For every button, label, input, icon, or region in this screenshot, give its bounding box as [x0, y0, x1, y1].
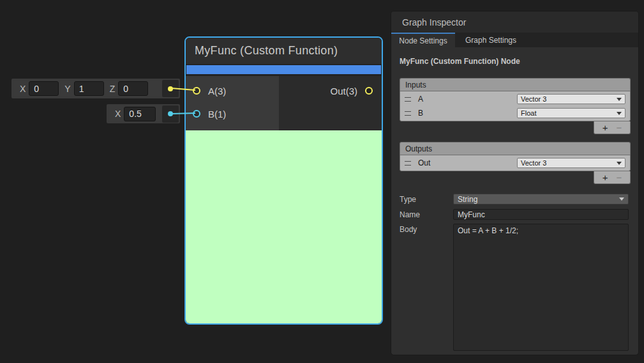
drag-handle-icon[interactable]: [405, 97, 411, 102]
inputs-list-buttons: + −: [594, 121, 631, 134]
port-out-label: Out(3): [330, 86, 357, 97]
port-b-connector-icon[interactable]: [193, 110, 200, 118]
tab-graph-settings-label: Graph Settings: [465, 36, 516, 45]
float-value-field[interactable]: [124, 107, 156, 121]
float-connector-dot-icon: [168, 111, 173, 116]
port-a-label: A(3): [208, 86, 226, 97]
input-a-type-dropdown[interactable]: Vector 3: [517, 94, 625, 104]
table-row: B Float: [400, 106, 630, 120]
x-component-label: X: [20, 84, 26, 94]
table-row: Out Vector 3: [400, 156, 630, 170]
input-a-name: A: [418, 95, 423, 104]
node-title: MyFunc (Custom Function): [195, 44, 338, 58]
type-field-row: Type String: [400, 194, 630, 205]
z-component-label: Z: [110, 84, 116, 94]
chevron-down-icon: [617, 98, 622, 101]
node-accent-bar: [186, 65, 381, 74]
y-component-field[interactable]: [74, 81, 104, 96]
function-body-textarea[interactable]: Out = A + B + 1/2;: [453, 224, 629, 351]
input-b-type-dropdown[interactable]: Float: [517, 108, 625, 118]
chevron-down-icon: [619, 197, 624, 201]
x-component-label: X: [115, 109, 121, 119]
inspector-title: Graph Inspector: [402, 17, 466, 27]
remove-input-button[interactable]: −: [616, 123, 622, 132]
add-output-button[interactable]: +: [603, 173, 608, 182]
chevron-down-icon: [617, 162, 622, 165]
inputs-list: Inputs A Vector 3 B Float: [400, 78, 631, 134]
remove-output-button[interactable]: −: [616, 173, 622, 182]
vector3-connector-stub: [162, 80, 179, 97]
custom-function-node[interactable]: MyFunc (Custom Function) A(3) B(1) Out(3…: [184, 36, 383, 325]
function-name-value: MyFunc: [458, 210, 485, 219]
node-preview: [186, 130, 382, 323]
node-output-ports: Out(3): [279, 76, 382, 130]
outputs-list-buttons: + −: [594, 171, 631, 184]
name-field-row: Name MyFunc: [400, 209, 630, 220]
outputs-list-body: Out Vector 3: [400, 155, 631, 171]
add-input-button[interactable]: +: [603, 123, 608, 132]
y-component-label: Y: [64, 84, 70, 94]
type-label: Type: [400, 194, 453, 204]
shader-graph-canvas[interactable]: X Y Z X MyFunc (Custom Function) A(3): [0, 0, 644, 363]
output-out-name: Out: [418, 158, 430, 167]
outputs-list: Outputs Out Vector 3 + −: [400, 142, 631, 184]
port-b-label: B(1): [208, 109, 226, 120]
function-name-field[interactable]: MyFunc: [453, 209, 629, 220]
graph-inspector-panel: Graph Inspector Node Settings Graph Sett…: [391, 11, 639, 355]
input-b-type-value: Float: [521, 109, 536, 117]
node-title-bar[interactable]: MyFunc (Custom Function): [186, 38, 382, 64]
node-port-area: A(3) B(1) Out(3): [186, 76, 382, 130]
body-field-row: Body Out = A + B + 1/2;: [400, 224, 630, 351]
input-port-b[interactable]: B(1): [186, 104, 279, 123]
inspector-tab-bar: Node Settings Graph Settings: [391, 33, 638, 47]
vector3-connector-dot-icon: [168, 86, 173, 91]
output-out-type-value: Vector 3: [521, 159, 546, 167]
outputs-list-header: Outputs: [400, 142, 631, 155]
node-input-ports: A(3) B(1): [186, 76, 279, 130]
tab-graph-settings[interactable]: Graph Settings: [455, 33, 527, 47]
tab-node-settings[interactable]: Node Settings: [391, 33, 455, 47]
output-out-type-dropdown[interactable]: Vector 3: [517, 158, 625, 168]
outputs-list-footer: + −: [400, 171, 631, 184]
inputs-list-body: A Vector 3 B Float: [400, 91, 631, 121]
input-b-name: B: [418, 109, 423, 118]
tab-node-settings-label: Node Settings: [399, 36, 447, 45]
name-label: Name: [400, 209, 453, 219]
vector3-port-input-widget: X Y Z: [11, 79, 180, 98]
chevron-down-icon: [617, 112, 622, 115]
inspector-node-heading: MyFunc (Custom Function) Node: [400, 57, 630, 66]
drag-handle-icon[interactable]: [405, 111, 411, 116]
drag-handle-icon[interactable]: [405, 161, 411, 166]
type-dropdown[interactable]: String: [453, 194, 629, 205]
input-port-a[interactable]: A(3): [186, 81, 279, 100]
float-port-input-widget: X: [107, 104, 180, 123]
inputs-list-header: Inputs: [400, 78, 631, 91]
type-value: String: [458, 195, 477, 204]
x-component-field[interactable]: [29, 81, 59, 96]
body-label: Body: [400, 224, 453, 234]
inspector-header[interactable]: Graph Inspector: [391, 12, 638, 33]
float-connector-stub: [162, 105, 179, 123]
input-a-type-value: Vector 3: [521, 95, 546, 103]
inputs-list-footer: + −: [400, 121, 631, 134]
inspector-content: MyFunc (Custom Function) Node Inputs A V…: [391, 47, 638, 355]
port-a-connector-icon[interactable]: [193, 87, 200, 95]
output-port-out[interactable]: Out(3): [279, 81, 382, 100]
table-row: A Vector 3: [400, 92, 630, 106]
z-component-field[interactable]: [118, 81, 148, 96]
port-out-connector-icon[interactable]: [365, 87, 373, 95]
